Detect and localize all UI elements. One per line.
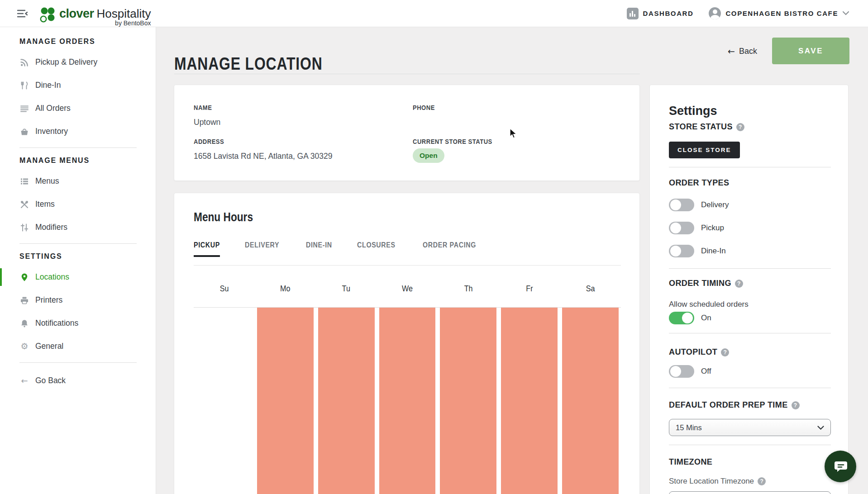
prep-time-select[interactable]: 15 Mins [669, 419, 831, 436]
back-arrow-icon: ← [728, 46, 735, 56]
toggle-label: On [701, 314, 711, 323]
delivery-toggle[interactable] [669, 199, 694, 211]
help-icon[interactable]: ? [736, 123, 744, 131]
sidebar-item-label: Dine-In [35, 81, 61, 90]
tab-closures[interactable]: CLOSURES [357, 241, 403, 257]
open-hours-bar[interactable] [440, 308, 496, 494]
back-button[interactable]: ← Back [728, 46, 757, 56]
divider [19, 362, 137, 363]
day-column-su: Su [194, 284, 255, 494]
sidebar-item-general[interactable]: ⚙ General [0, 335, 156, 358]
gear-icon: ⚙ [19, 342, 29, 351]
address-value: 1658 Lavista Rd NE, Atlanta, GA 30329 [194, 152, 332, 161]
clover-hospitality-logo: cloverHospitality by BentoBox [38, 3, 151, 24]
brand-name: clover [59, 7, 94, 20]
top-bar: cloverHospitality by BentoBox DASHBOARD … [0, 0, 868, 27]
scheduled-orders-toggle[interactable] [669, 312, 694, 324]
chevron-down-icon [817, 426, 824, 430]
sidebar-item-locations[interactable]: Locations [0, 266, 156, 289]
name-value: Uptown [194, 118, 220, 127]
collapse-sidebar-icon[interactable] [16, 9, 28, 19]
clover-logo-icon [38, 6, 56, 24]
delivery-toggle-row: Delivery [669, 199, 729, 211]
dine-in-toggle-row: Dine-In [669, 245, 726, 257]
prep-time-label: DEFAULT ORDER PREP TIME ? [669, 400, 800, 410]
sidebar-go-back[interactable]: ← Go Back [0, 369, 156, 392]
sidebar-item-printers[interactable]: Printers [0, 289, 156, 312]
dashboard-link[interactable]: DASHBOARD [627, 8, 694, 19]
tab-order-pacing[interactable]: ORDER PACING [423, 241, 486, 257]
status-badge: Open [413, 148, 444, 163]
sidebar-item-modifiers[interactable]: Modifiers [0, 216, 156, 239]
account-menu[interactable]: COPENHAGEN BISTRO CAFE [709, 7, 849, 19]
brand-byline: by BentoBox [115, 19, 151, 27]
toggle-label: Delivery [701, 200, 729, 209]
divider [19, 147, 137, 148]
bell-icon [19, 319, 29, 328]
prep-time-value: 15 Mins [676, 423, 702, 432]
name-label: NAME [194, 104, 215, 112]
autopilot-toggle[interactable] [669, 365, 694, 378]
chat-button[interactable] [825, 451, 856, 482]
open-hours-bar[interactable] [257, 308, 314, 494]
store-status-label: CURRENT STORE STATUS [413, 138, 507, 146]
sidebar-item-label: Items [35, 200, 55, 209]
day-label: We [377, 284, 438, 307]
go-back-label: Go Back [35, 376, 66, 385]
menu-list-icon [19, 177, 29, 186]
day-column-th: Th [438, 284, 499, 494]
dine-in-toggle[interactable] [669, 245, 694, 257]
open-hours-bar[interactable] [562, 308, 619, 494]
utensils-icon [19, 200, 29, 209]
tab-delivery[interactable]: DELIVERY [245, 241, 286, 257]
divider [19, 243, 137, 244]
phone-label: PHONE [413, 104, 439, 112]
sidebar-item-all-orders[interactable]: All Orders [0, 97, 156, 120]
main-content: MANAGE LOCATION ← Back SAVE NAME Uptown … [156, 27, 868, 494]
store-status-section-label: STORE STATUS ? [669, 122, 744, 132]
timezone-label: TIMEZONE [669, 457, 712, 467]
autopilot-label: AUTOPILOT ? [669, 347, 729, 357]
day-column-sa: Sa [560, 284, 621, 494]
settings-panel: Settings STORE STATUS ? CLOSE STORE ORDE… [649, 85, 849, 494]
divider [669, 388, 831, 388]
scheduled-orders-text: Allow scheduled orders [669, 300, 749, 309]
address-label: ADDRESS [194, 138, 230, 146]
save-button[interactable]: SAVE [772, 38, 849, 64]
sidebar-item-menus[interactable]: Menus [0, 170, 156, 193]
closed-day-empty[interactable] [196, 308, 253, 494]
toggle-label: Pickup [701, 223, 724, 233]
day-label: Su [194, 284, 255, 307]
divider [669, 445, 831, 445]
list-icon [19, 104, 29, 113]
timezone-field-label: Store Location Timezone ? [669, 477, 766, 486]
open-hours-bar[interactable] [379, 308, 436, 494]
open-hours-bar[interactable] [318, 308, 375, 494]
sidebar-item-items[interactable]: Items [0, 193, 156, 216]
day-label: Mo [255, 284, 316, 307]
sidebar-item-pickup-delivery[interactable]: Pickup & Delivery [0, 51, 156, 74]
menu-hours-card: Menu Hours PICKUP DELIVERY DINE-IN CLOSU… [174, 193, 640, 494]
close-store-button[interactable]: CLOSE STORE [669, 142, 740, 158]
divider [669, 333, 831, 333]
tab-pickup[interactable]: PICKUP [194, 241, 225, 257]
divider [669, 167, 831, 167]
timezone-select[interactable] [669, 491, 831, 494]
toggle-label: Dine-In [701, 247, 726, 256]
help-icon[interactable]: ? [792, 401, 800, 409]
back-arrow-icon: ← [19, 376, 29, 385]
open-hours-bar[interactable] [501, 308, 558, 494]
sidebar-item-notifications[interactable]: Notifications [0, 312, 156, 335]
page-title: MANAGE LOCATION [174, 54, 351, 74]
order-timing-label: ORDER TIMING ? [669, 279, 743, 288]
sidebar-item-inventory[interactable]: Inventory [0, 120, 156, 143]
help-icon[interactable]: ? [758, 477, 766, 485]
printer-icon [19, 296, 29, 305]
help-icon[interactable]: ? [721, 348, 729, 356]
tab-dine-in[interactable]: DINE-IN [306, 241, 337, 257]
sidebar-item-label: Inventory [35, 127, 68, 136]
account-label: COPENHAGEN BISTRO CAFE [725, 10, 838, 17]
help-icon[interactable]: ? [735, 280, 743, 288]
sidebar-item-dine-in[interactable]: Dine-In [0, 74, 156, 97]
pickup-toggle[interactable] [669, 222, 694, 234]
